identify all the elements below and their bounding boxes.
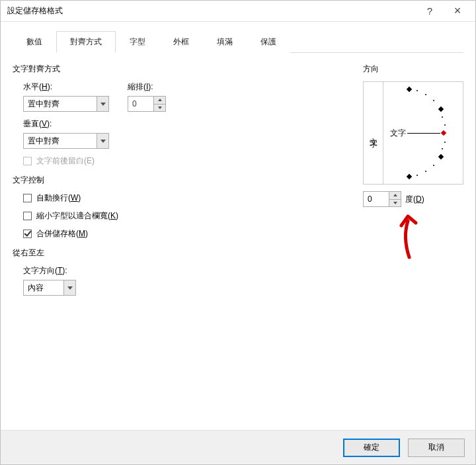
label-text-direction: 文字方向(T): bbox=[23, 265, 351, 276]
combo-horizontal-value: 置中對齊 bbox=[24, 97, 97, 111]
tab-font[interactable]: 字型 bbox=[116, 31, 159, 53]
close-button[interactable]: × bbox=[444, 1, 471, 21]
spin-indent-value: 0 bbox=[128, 97, 153, 111]
spin-degrees[interactable]: 0 bbox=[363, 191, 401, 207]
spin-indent-up[interactable] bbox=[154, 97, 165, 105]
label-shrink-to-fit: 縮小字型以適合欄寬(K) bbox=[36, 210, 118, 222]
orientation-vertical-button[interactable]: 文字 bbox=[364, 82, 383, 184]
combo-vertical-value: 置中對齊 bbox=[24, 134, 97, 148]
section-rtl: 從右至左 bbox=[13, 247, 351, 259]
tab-fill[interactable]: 填滿 bbox=[203, 31, 247, 53]
label-vertical: 垂直(V): bbox=[23, 118, 351, 130]
spin-degrees-down[interactable] bbox=[389, 200, 401, 207]
chevron-down-icon[interactable] bbox=[63, 280, 75, 295]
checkbox-wrap-text[interactable] bbox=[23, 194, 32, 202]
section-text-control: 文字控制 bbox=[13, 175, 351, 186]
tab-alignment[interactable]: 對齊方式 bbox=[56, 31, 116, 53]
orientation-dial-label: 文字 bbox=[390, 128, 406, 139]
tabstrip: 數值 對齊方式 字型 外框 填滿 保護 bbox=[13, 31, 463, 53]
help-button[interactable]: ? bbox=[416, 1, 444, 21]
checkbox-merge-cells[interactable] bbox=[23, 230, 32, 238]
label-degrees: 度(D) bbox=[405, 194, 424, 205]
ok-button[interactable]: 確定 bbox=[343, 439, 400, 457]
spin-indent-down[interactable] bbox=[154, 105, 165, 112]
tab-border[interactable]: 外框 bbox=[159, 31, 203, 53]
spin-degrees-value: 0 bbox=[364, 192, 389, 206]
tab-number[interactable]: 數值 bbox=[13, 31, 56, 53]
combo-vertical[interactable]: 置中對齊 bbox=[23, 133, 109, 149]
cancel-button[interactable]: 取消 bbox=[408, 439, 465, 457]
checkbox-shrink-to-fit[interactable] bbox=[23, 212, 32, 220]
section-text-alignment: 文字對齊方式 bbox=[13, 63, 351, 75]
orientation-dial[interactable]: 文字 bbox=[383, 82, 463, 184]
label-merge-cells: 合併儲存格(M) bbox=[36, 228, 88, 239]
checkbox-justify-distributed bbox=[23, 157, 32, 165]
orientation-vertical-text: 文字 bbox=[368, 131, 379, 135]
spin-indent[interactable]: 0 bbox=[128, 96, 166, 112]
orientation-dial-line bbox=[407, 133, 440, 134]
combo-text-direction-value: 內容 bbox=[24, 280, 63, 295]
chevron-down-icon[interactable] bbox=[97, 134, 108, 148]
label-justify-distributed: 文字前後留白(E) bbox=[36, 155, 95, 167]
label-horizontal: 水平(H): bbox=[23, 81, 109, 93]
dialog-title: 設定儲存格格式 bbox=[7, 5, 416, 17]
section-orientation: 方向 bbox=[363, 63, 463, 75]
combo-text-direction[interactable]: 內容 bbox=[23, 280, 76, 296]
label-indent: 縮排(I): bbox=[128, 81, 166, 93]
tab-protection[interactable]: 保護 bbox=[247, 31, 290, 53]
combo-horizontal[interactable]: 置中對齊 bbox=[23, 96, 109, 112]
spin-degrees-up[interactable] bbox=[389, 192, 401, 200]
label-wrap-text: 自動換行(W) bbox=[36, 192, 81, 204]
chevron-down-icon[interactable] bbox=[97, 97, 108, 111]
